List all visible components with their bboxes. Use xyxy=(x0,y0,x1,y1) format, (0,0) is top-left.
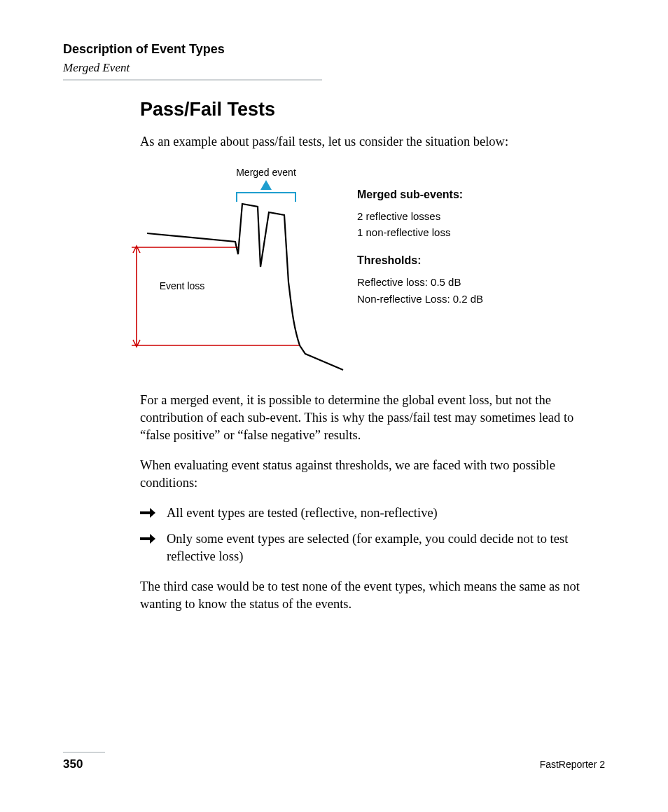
bullet-list: All event types are tested (reflective, … xyxy=(140,504,598,565)
event-loss-label: Event loss xyxy=(160,280,205,291)
paragraph: When evaluating event status against thr… xyxy=(140,457,598,492)
intro-paragraph: As an example about pass/fail tests, let… xyxy=(140,133,598,151)
footer-divider xyxy=(63,752,105,753)
merged-event-label: Merged event xyxy=(236,167,296,178)
header-subtitle: Merged Event xyxy=(63,61,605,75)
page: Description of Event Types Merged Event … xyxy=(0,0,668,812)
merged-subevents-line: 1 non-reflective loss xyxy=(357,224,598,240)
bullet-item: Only some event types are selected (for … xyxy=(140,530,598,565)
figure-row: Merged event xyxy=(98,163,598,376)
bullet-item: All event types are tested (reflective, … xyxy=(140,504,598,522)
doc-name: FastReporter 2 xyxy=(540,759,605,770)
paragraph: For a merged event, it is possible to de… xyxy=(140,392,598,444)
threshold-line: Non-reflective Loss: 0.2 dB xyxy=(357,291,598,307)
merged-event-marker-icon xyxy=(260,180,272,190)
header-title: Description of Event Types xyxy=(63,42,605,57)
merged-subevents-line: 2 reflective losses xyxy=(357,208,598,224)
event-loss-indicator xyxy=(132,246,300,347)
diagram: Merged event xyxy=(98,163,357,376)
threshold-line: Reflective loss: 0.5 dB xyxy=(357,274,598,290)
thresholds-heading: Thresholds: xyxy=(357,254,598,267)
paragraph: The third case would be to test none of … xyxy=(140,578,598,613)
footer: 350 FastReporter 2 xyxy=(63,752,605,771)
section-heading: Pass/Fail Tests xyxy=(140,99,598,121)
page-number: 350 xyxy=(63,757,83,771)
header-divider xyxy=(63,79,322,81)
merged-subevents-heading: Merged sub-events: xyxy=(357,188,598,201)
figure-side-data: Merged sub-events: 2 reflective losses 1… xyxy=(357,163,598,307)
merged-bracket xyxy=(237,193,295,202)
content: Pass/Fail Tests As an example about pass… xyxy=(63,99,605,613)
